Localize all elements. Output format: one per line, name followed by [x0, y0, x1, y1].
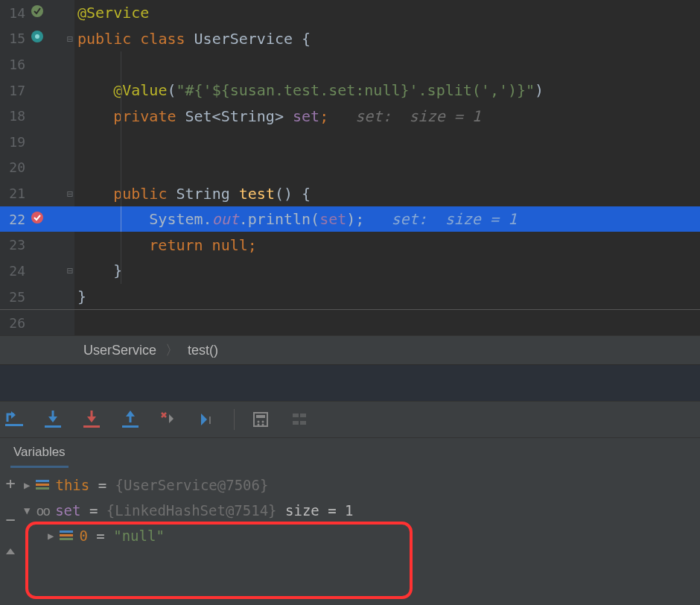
run-to-cursor-icon[interactable]: I	[198, 410, 217, 429]
collapse-icon[interactable]: ▼	[24, 504, 30, 516]
gutter-row[interactable]: 16	[0, 51, 74, 77]
line-number: 20	[4, 159, 25, 175]
class-icon[interactable]	[30, 29, 45, 48]
step-out-icon[interactable]	[121, 410, 140, 429]
line-number: 17	[4, 83, 25, 98]
separator	[234, 409, 235, 430]
inline-hint: set: size = 1	[328, 107, 481, 125]
line-number: 16	[4, 57, 25, 72]
breadcrumb-item[interactable]: UserService	[83, 343, 156, 358]
gutter-row[interactable]: 18	[0, 103, 74, 129]
svg-rect-6	[83, 425, 100, 428]
svg-point-14	[262, 424, 264, 426]
force-step-into-icon[interactable]	[82, 410, 101, 429]
evaluate-icon[interactable]	[251, 410, 270, 429]
svg-rect-15	[293, 414, 299, 417]
svg-rect-4	[5, 424, 23, 426]
tab-variables[interactable]: Variables	[10, 440, 69, 468]
breadcrumb-item[interactable]: test()	[188, 343, 218, 358]
fold-icon[interactable]: ⊟	[67, 188, 73, 200]
code-line[interactable]: private Set<String> set; set: size = 1	[74, 103, 700, 129]
expand-icon[interactable]: ▶	[24, 479, 30, 491]
line-number: 19	[4, 134, 25, 150]
indent-guide	[121, 51, 121, 77]
line-number: 21	[4, 186, 25, 201]
svg-rect-10	[256, 415, 265, 418]
var-name: this	[55, 477, 89, 493]
up-icon[interactable]	[4, 547, 16, 556]
svg-point-12	[262, 421, 264, 423]
variable-row[interactable]: ▶ this = {UserService@7506}	[0, 472, 700, 498]
gutter-row[interactable]: 17	[0, 77, 74, 104]
gutter-row[interactable]: 14	[0, 0, 74, 26]
watch-icon: oo	[36, 503, 49, 519]
gutter-row[interactable]: 21 ⊟	[0, 180, 74, 206]
gutter-row[interactable]: 19	[0, 129, 74, 155]
tab-row: Variables	[0, 438, 700, 468]
trace-icon[interactable]	[290, 410, 309, 429]
object-icon	[36, 480, 49, 490]
variables-tree[interactable]: ▶ this = {UserService@7506} ▼ oo set = {…	[0, 468, 700, 548]
svg-point-11	[258, 421, 260, 423]
fold-close-icon[interactable]: ⊟	[67, 265, 73, 276]
line-number: 15	[4, 31, 25, 46]
svg-rect-18	[300, 421, 306, 425]
svg-rect-17	[293, 421, 299, 425]
code-line-current[interactable]: System.out.println(set); set: size = 1	[74, 206, 700, 232]
line-number: 25	[4, 289, 25, 305]
code-line[interactable]: @Value("#{'${susan.test.set:null}'.split…	[74, 77, 700, 104]
editor-pane: 14 15 ⊟ 16 17 18 19 20 21 ⊟ 22 23	[0, 0, 700, 335]
code-line[interactable]	[74, 155, 700, 181]
side-buttons: + −	[0, 468, 21, 605]
svg-point-2	[35, 34, 39, 39]
var-name: 0	[79, 528, 87, 544]
gutter-row[interactable]: 15 ⊟	[0, 26, 74, 52]
line-number: 18	[4, 108, 25, 124]
expand-icon[interactable]: ▶	[48, 530, 54, 542]
line-number: 26	[4, 315, 25, 331]
gutter-row[interactable]: 23	[0, 232, 74, 258]
code-line[interactable]	[74, 51, 700, 77]
code-area[interactable]: @Service public class UserService { @Val…	[74, 0, 700, 335]
line-number: 14	[4, 5, 25, 21]
variables-panel: Variables + − ▶ this = {UserService@7506…	[0, 438, 700, 605]
svg-rect-7	[122, 425, 139, 428]
variable-row[interactable]: ▼ oo set = {LinkedHashSet@7514} size = 1	[0, 498, 700, 523]
gutter: 14 15 ⊟ 16 17 18 19 20 21 ⊟ 22 23	[0, 0, 74, 335]
add-watch-icon[interactable]: +	[5, 474, 15, 492]
step-over-icon[interactable]	[4, 410, 24, 429]
gutter-row[interactable]: 24 ⊟	[0, 258, 74, 284]
remove-watch-icon[interactable]: −	[5, 510, 15, 529]
svg-text:I: I	[209, 414, 211, 426]
gutter-row[interactable]: 22	[0, 206, 74, 232]
fold-icon[interactable]: ⊟	[67, 33, 73, 45]
var-value: {LinkedHashSet@7514}	[106, 502, 277, 519]
svg-rect-16	[300, 414, 306, 417]
var-name: set	[55, 502, 80, 519]
variable-row[interactable]: ▶ 0 = "null"	[0, 523, 700, 548]
var-value: "null"	[113, 528, 165, 544]
breakpoint-icon[interactable]	[30, 210, 45, 229]
code-line[interactable]	[74, 309, 700, 335]
gutter-row[interactable]: 25	[0, 284, 74, 310]
code-line[interactable]: @Service	[74, 0, 700, 26]
line-number: 23	[4, 237, 25, 253]
code-line[interactable]	[74, 129, 700, 155]
breadcrumb: UserService 〉 test()	[0, 335, 700, 365]
step-into-icon[interactable]	[43, 410, 63, 429]
line-number: 24	[4, 263, 25, 279]
spring-bean-icon[interactable]	[30, 4, 45, 22]
code-line[interactable]: public String test() {	[74, 180, 700, 206]
annotation: @Service	[77, 4, 149, 22]
code-line[interactable]: public class UserService {	[74, 26, 700, 52]
gutter-row[interactable]: 26	[0, 309, 74, 335]
gutter-row[interactable]: 20	[0, 155, 74, 181]
code-line[interactable]: }	[74, 284, 700, 310]
chevron-right-icon: 〉	[165, 341, 179, 359]
code-line[interactable]: return null;	[74, 232, 700, 258]
drop-frame-icon[interactable]	[159, 410, 179, 429]
var-size: size = 1	[277, 502, 354, 519]
inline-hint: set: size = 1	[364, 210, 517, 228]
line-number: 22	[4, 212, 25, 227]
code-line[interactable]: }	[74, 258, 700, 284]
